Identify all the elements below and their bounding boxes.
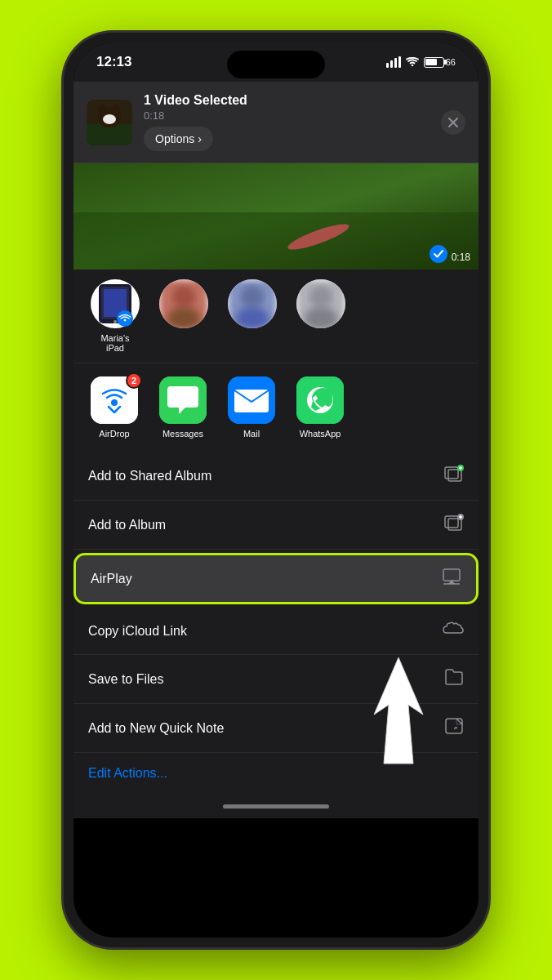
files-icon [444, 668, 464, 686]
action-label-album: Add to Album [88, 518, 166, 532]
svg-rect-13 [73, 212, 479, 270]
blurred-person-3 [296, 279, 345, 328]
battery-percent: 66 [446, 57, 456, 67]
battery-fill [425, 59, 437, 65]
dynamic-island [227, 51, 325, 78]
action-icon-quicknote [444, 717, 464, 739]
svg-point-31 [111, 399, 118, 406]
battery-tip [444, 60, 447, 65]
video-thumbnail-image [87, 100, 132, 145]
whatsapp-icon [296, 376, 344, 424]
icloud-icon [443, 621, 464, 637]
action-icon-album [444, 514, 464, 536]
svg-rect-1 [390, 60, 393, 68]
app-mail[interactable]: Mail [224, 376, 279, 439]
app-messages[interactable]: Messages [155, 376, 211, 439]
home-bar [223, 804, 329, 808]
mail-icon-svg [228, 376, 275, 424]
action-icon-shared-album [444, 465, 464, 487]
whatsapp-icon-svg [296, 376, 344, 424]
svg-point-18 [114, 320, 117, 323]
quicknote-icon [444, 717, 464, 735]
svg-rect-0 [386, 63, 389, 68]
contact-blurred-3[interactable] [292, 279, 349, 333]
action-save-files[interactable]: Save to Files [73, 655, 479, 704]
contact-mariasipad[interactable]: Maria'siPad [87, 279, 144, 353]
share-header: 1 Video Selected 0:18 Options › [73, 82, 479, 163]
checkmark-icon [434, 250, 443, 258]
action-quick-note[interactable]: Add to New Quick Note [73, 704, 479, 753]
options-button[interactable]: Options › [144, 127, 213, 151]
blurred-avatar-1 [159, 279, 208, 328]
battery-body [424, 57, 444, 68]
mariasipad-label: Maria'siPad [100, 333, 129, 353]
mariasipad-avatar [91, 279, 140, 328]
action-copy-icloud[interactable]: Copy iCloud Link [73, 608, 479, 655]
home-indicator [73, 794, 479, 818]
svg-point-20 [124, 319, 127, 322]
video-duration-badge: 0:18 [452, 252, 470, 263]
action-icon-files [444, 668, 464, 690]
messages-icon-svg [159, 376, 207, 424]
edit-actions[interactable]: Edit Actions... [73, 753, 479, 794]
action-label-icloud: Copy iCloud Link [88, 624, 187, 639]
app-airdrop[interactable]: 2 AirDrop [87, 376, 142, 439]
messages-icon [159, 376, 207, 424]
edit-actions-label: Edit Actions... [88, 766, 167, 780]
action-icon-airplay [442, 568, 461, 589]
svg-rect-38 [448, 470, 461, 481]
svg-rect-37 [445, 467, 458, 479]
whatsapp-label: WhatsApp [300, 429, 341, 439]
cat-image [87, 100, 132, 145]
svg-rect-3 [398, 56, 401, 68]
share-info: 1 Video Selected 0:18 Options › [144, 93, 430, 151]
apps-row: 2 AirDrop Messages [73, 363, 479, 452]
status-icons: 66 [386, 56, 456, 68]
action-label-airplay: AirPlay [91, 572, 132, 586]
svg-point-25 [241, 286, 264, 309]
app-whatsapp[interactable]: WhatsApp [292, 376, 348, 439]
check-badge [430, 245, 447, 263]
video-thumbnail [87, 100, 132, 145]
svg-point-28 [309, 286, 332, 309]
blurred-avatar-2 [228, 279, 277, 328]
video-preview-image [73, 163, 479, 270]
close-button[interactable] [441, 110, 465, 135]
action-label-shared-album: Add to Shared Album [88, 469, 211, 483]
contact-blurred-2[interactable] [224, 279, 281, 333]
svg-point-8 [112, 105, 120, 114]
airplay-icon [442, 568, 461, 585]
battery-container: 66 [424, 57, 456, 68]
svg-point-7 [99, 105, 107, 114]
action-add-album[interactable]: Add to Album [73, 501, 479, 550]
contacts-row: Maria'siPad [73, 270, 479, 363]
video-preview: 0:18 [73, 163, 479, 270]
airdrop-icon: 2 [91, 376, 138, 424]
messages-label: Messages [162, 429, 203, 439]
action-airplay[interactable]: AirPlay [73, 553, 479, 604]
mail-icon [228, 376, 275, 424]
svg-rect-2 [394, 58, 397, 68]
wifi-icon [406, 57, 419, 68]
close-icon [448, 118, 458, 127]
action-list: Add to Shared Album Add to Album [73, 452, 479, 794]
svg-point-22 [172, 286, 195, 309]
contact-blurred-1[interactable] [155, 279, 212, 333]
airdrop-label: AirDrop [99, 429, 129, 439]
mariasipad-icon [91, 279, 140, 328]
status-bar: 12:13 [73, 42, 479, 82]
signal-icon [386, 56, 401, 68]
svg-rect-49 [446, 719, 462, 733]
phone-screen: 12:13 [73, 42, 479, 938]
blurred-person-1 [159, 279, 208, 328]
share-duration: 0:18 [144, 109, 430, 122]
action-label-quicknote: Add to New Quick Note [88, 721, 224, 736]
share-title: 1 Video Selected [144, 93, 430, 108]
mail-label: Mail [243, 429, 260, 439]
action-add-shared-album[interactable]: Add to Shared Album [73, 452, 479, 501]
action-icon-icloud [443, 621, 464, 641]
blurred-avatar-3 [296, 279, 345, 328]
svg-rect-43 [448, 519, 461, 530]
airdrop-badge: 2 [126, 372, 142, 389]
action-label-files: Save to Files [88, 672, 163, 687]
